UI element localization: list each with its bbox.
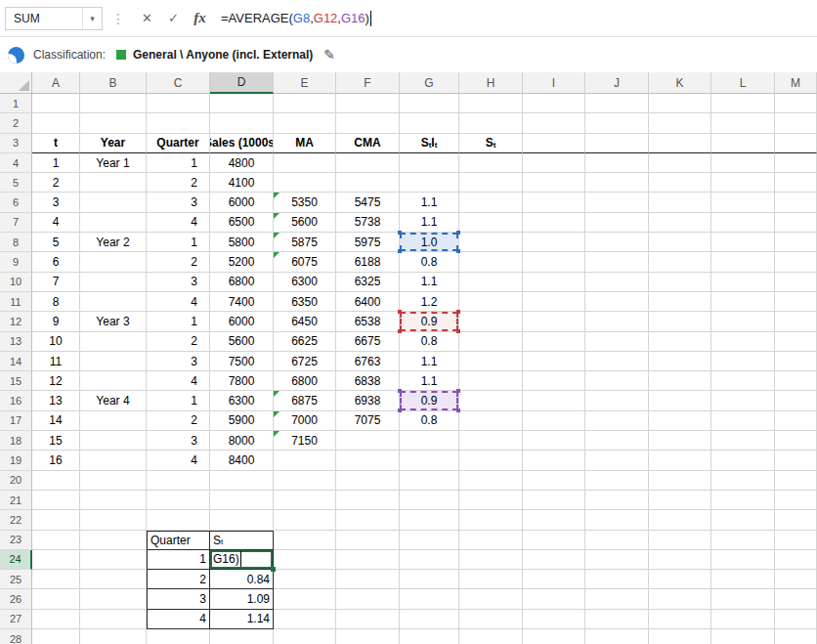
cell-M7[interactable] — [775, 213, 817, 233]
cell-C1[interactable] — [147, 94, 210, 113]
cell-B21[interactable] — [80, 491, 147, 510]
cell-I9[interactable] — [523, 252, 585, 272]
cell-C9[interactable]: 2 — [147, 252, 210, 272]
cell-L25[interactable] — [711, 570, 775, 589]
cell-I22[interactable] — [523, 510, 585, 530]
cell-J5[interactable] — [585, 173, 649, 193]
cell-G24[interactable] — [400, 550, 459, 570]
cell-J1[interactable] — [585, 94, 649, 113]
cell-C8[interactable]: 1 — [147, 233, 210, 252]
cell-F13[interactable]: 6675 — [336, 332, 400, 352]
cell-H1[interactable] — [459, 94, 523, 113]
cell-J4[interactable] — [585, 153, 649, 173]
cell-K28[interactable] — [649, 629, 711, 644]
cell-H25[interactable] — [459, 570, 523, 589]
cell-G12[interactable]: 0.9 — [400, 312, 459, 331]
cell-J17[interactable] — [585, 411, 649, 431]
cell-L6[interactable] — [711, 193, 775, 212]
cell-B2[interactable] — [80, 113, 147, 133]
cell-B22[interactable] — [80, 510, 147, 530]
row-header-1[interactable]: 1 — [0, 94, 32, 113]
chevron-down-icon[interactable]: ▾ — [82, 8, 102, 29]
cell-G5[interactable] — [400, 173, 459, 193]
cell-I12[interactable] — [523, 312, 585, 331]
cell-L10[interactable] — [711, 273, 775, 292]
cell-B18[interactable] — [80, 431, 147, 451]
cell-B28[interactable] — [80, 629, 147, 644]
row-header-18[interactable]: 18 — [0, 431, 32, 451]
cell-J8[interactable] — [585, 233, 649, 252]
cell-F27[interactable] — [336, 610, 400, 629]
cell-C28[interactable] — [147, 629, 210, 644]
cell-L24[interactable] — [711, 550, 775, 570]
cell-B26[interactable] — [80, 589, 147, 609]
cell-H4[interactable] — [459, 153, 523, 173]
column-header-L[interactable]: L — [711, 72, 775, 94]
cell-K14[interactable] — [649, 352, 711, 371]
cell-D9[interactable]: 5200 — [210, 252, 274, 272]
cell-F11[interactable]: 6400 — [336, 292, 400, 312]
cell-B27[interactable] — [80, 610, 147, 629]
cell-F21[interactable] — [336, 491, 400, 510]
cell-C25[interactable]: 2 — [147, 570, 210, 589]
cell-L13[interactable] — [711, 332, 775, 352]
cell-M4[interactable] — [775, 153, 817, 173]
cell-M15[interactable] — [775, 371, 817, 391]
cell-D5[interactable]: 4100 — [210, 173, 274, 193]
name-box[interactable]: SUM ▾ — [5, 7, 103, 30]
cell-I21[interactable] — [523, 491, 585, 510]
cell-D14[interactable]: 7500 — [210, 352, 274, 371]
cell-L28[interactable] — [711, 629, 775, 644]
row-header-28[interactable]: 28 — [0, 629, 32, 644]
cell-F17[interactable]: 7075 — [336, 411, 400, 431]
cell-K18[interactable] — [649, 431, 711, 451]
cell-C10[interactable]: 3 — [147, 273, 210, 292]
cell-C2[interactable] — [147, 113, 210, 133]
cell-B4[interactable]: Year 1 — [80, 153, 147, 173]
cell-J12[interactable] — [585, 312, 649, 331]
cell-K16[interactable] — [649, 391, 711, 410]
cell-G11[interactable]: 1.2 — [400, 292, 459, 312]
cell-E11[interactable]: 6350 — [274, 292, 336, 312]
cell-A3[interactable]: t — [32, 134, 80, 153]
cell-L19[interactable] — [711, 451, 775, 470]
cell-J14[interactable] — [585, 352, 649, 371]
cell-J25[interactable] — [585, 570, 649, 589]
cell-I5[interactable] — [523, 173, 585, 193]
cell-J20[interactable] — [585, 471, 649, 491]
cell-G9[interactable]: 0.8 — [400, 252, 459, 272]
cell-G26[interactable] — [400, 589, 459, 609]
cell-C3[interactable]: Quarter — [147, 134, 210, 153]
cell-F14[interactable]: 6763 — [336, 352, 400, 371]
cell-I26[interactable] — [523, 589, 585, 609]
cell-G2[interactable] — [400, 113, 459, 133]
cell-A24[interactable] — [32, 550, 80, 570]
cell-E1[interactable] — [274, 94, 336, 113]
cell-K10[interactable] — [649, 273, 711, 292]
cell-E8[interactable]: 5875 — [274, 233, 336, 252]
cell-B17[interactable] — [80, 411, 147, 431]
cell-B12[interactable]: Year 3 — [80, 312, 147, 331]
cell-M14[interactable] — [775, 352, 817, 371]
cell-J9[interactable] — [585, 252, 649, 272]
cell-D4[interactable]: 4800 — [210, 153, 274, 173]
column-header-J[interactable]: J — [585, 72, 649, 94]
column-header-H[interactable]: H — [459, 72, 523, 94]
cell-D6[interactable]: 6000 — [210, 193, 274, 212]
cell-D1[interactable] — [210, 94, 274, 113]
cell-K23[interactable] — [649, 531, 711, 550]
column-header-M[interactable]: M — [775, 72, 817, 94]
cell-K25[interactable] — [649, 570, 711, 589]
cell-G3[interactable]: StIt — [400, 134, 459, 153]
cell-M11[interactable] — [775, 292, 817, 312]
cell-E17[interactable]: 7000 — [274, 411, 336, 431]
cell-F18[interactable] — [336, 431, 400, 451]
cell-F20[interactable] — [336, 471, 400, 491]
cell-E10[interactable]: 6300 — [274, 273, 336, 292]
cell-H7[interactable] — [459, 213, 523, 233]
cell-A15[interactable]: 12 — [32, 371, 80, 391]
column-header-E[interactable]: E — [274, 72, 336, 94]
row-header-17[interactable]: 17 — [0, 411, 32, 431]
cell-L2[interactable] — [711, 113, 775, 133]
cell-B14[interactable] — [80, 352, 147, 371]
